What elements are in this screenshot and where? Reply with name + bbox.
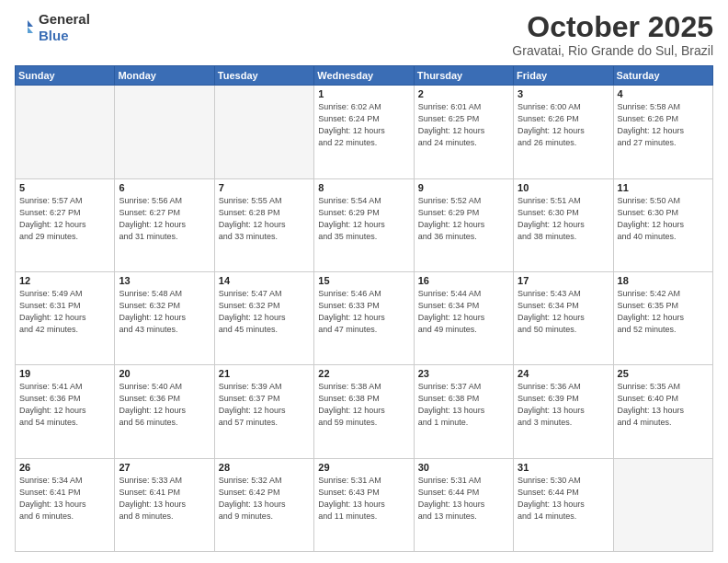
day-info: Sunrise: 5:56 AM Sunset: 6:27 PM Dayligh… bbox=[119, 195, 210, 243]
day-number: 24 bbox=[518, 368, 609, 379]
day-number: 2 bbox=[418, 88, 509, 99]
day-number: 14 bbox=[219, 275, 310, 286]
table-row: 1Sunrise: 6:02 AM Sunset: 6:24 PM Daylig… bbox=[314, 86, 414, 178]
day-info: Sunrise: 5:41 AM Sunset: 6:36 PM Dayligh… bbox=[19, 381, 110, 429]
table-row bbox=[613, 458, 712, 551]
table-row: 23Sunrise: 5:37 AM Sunset: 6:38 PM Dayli… bbox=[414, 365, 513, 458]
day-info: Sunrise: 5:46 AM Sunset: 6:33 PM Dayligh… bbox=[318, 288, 409, 336]
table-row: 13Sunrise: 5:48 AM Sunset: 6:32 PM Dayli… bbox=[115, 271, 214, 364]
table-row: 3Sunrise: 6:00 AM Sunset: 6:26 PM Daylig… bbox=[514, 86, 613, 178]
day-number: 28 bbox=[219, 462, 310, 473]
header-thursday: Thursday bbox=[414, 66, 513, 86]
day-info: Sunrise: 5:42 AM Sunset: 6:35 PM Dayligh… bbox=[618, 288, 709, 336]
day-number: 30 bbox=[418, 462, 509, 473]
day-info: Sunrise: 5:57 AM Sunset: 6:27 PM Dayligh… bbox=[19, 195, 110, 243]
day-info: Sunrise: 5:55 AM Sunset: 6:28 PM Dayligh… bbox=[219, 195, 310, 243]
day-info: Sunrise: 5:54 AM Sunset: 6:29 PM Dayligh… bbox=[318, 195, 409, 243]
table-row: 4Sunrise: 5:58 AM Sunset: 6:26 PM Daylig… bbox=[613, 86, 712, 178]
table-row: 9Sunrise: 5:52 AM Sunset: 6:29 PM Daylig… bbox=[414, 178, 513, 271]
table-row bbox=[16, 86, 115, 178]
day-info: Sunrise: 5:40 AM Sunset: 6:36 PM Dayligh… bbox=[119, 381, 210, 429]
day-number: 3 bbox=[518, 88, 609, 99]
day-info: Sunrise: 5:52 AM Sunset: 6:29 PM Dayligh… bbox=[418, 195, 509, 243]
table-row: 7Sunrise: 5:55 AM Sunset: 6:28 PM Daylig… bbox=[214, 178, 313, 271]
day-number: 21 bbox=[219, 368, 310, 379]
table-row: 24Sunrise: 5:36 AM Sunset: 6:39 PM Dayli… bbox=[514, 365, 613, 458]
calendar-week-row: 26Sunrise: 5:34 AM Sunset: 6:41 PM Dayli… bbox=[16, 458, 713, 551]
day-info: Sunrise: 5:36 AM Sunset: 6:39 PM Dayligh… bbox=[518, 381, 609, 429]
day-number: 31 bbox=[518, 462, 609, 473]
day-info: Sunrise: 5:50 AM Sunset: 6:30 PM Dayligh… bbox=[618, 195, 709, 243]
calendar-week-row: 1Sunrise: 6:02 AM Sunset: 6:24 PM Daylig… bbox=[16, 86, 713, 178]
day-info: Sunrise: 5:32 AM Sunset: 6:42 PM Dayligh… bbox=[219, 475, 310, 523]
table-row: 12Sunrise: 5:49 AM Sunset: 6:31 PM Dayli… bbox=[16, 271, 115, 364]
logo-icon bbox=[15, 17, 35, 38]
table-row: 11Sunrise: 5:50 AM Sunset: 6:30 PM Dayli… bbox=[613, 178, 712, 271]
table-row: 26Sunrise: 5:34 AM Sunset: 6:41 PM Dayli… bbox=[16, 458, 115, 551]
day-number: 7 bbox=[219, 182, 310, 193]
table-row: 10Sunrise: 5:51 AM Sunset: 6:30 PM Dayli… bbox=[514, 178, 613, 271]
header-monday: Monday bbox=[115, 66, 214, 86]
day-info: Sunrise: 6:00 AM Sunset: 6:26 PM Dayligh… bbox=[518, 101, 609, 149]
calendar-week-row: 19Sunrise: 5:41 AM Sunset: 6:36 PM Dayli… bbox=[16, 365, 713, 458]
day-info: Sunrise: 6:01 AM Sunset: 6:25 PM Dayligh… bbox=[418, 101, 509, 149]
day-info: Sunrise: 5:33 AM Sunset: 6:41 PM Dayligh… bbox=[119, 475, 210, 523]
header-friday: Friday bbox=[514, 66, 613, 86]
table-row: 15Sunrise: 5:46 AM Sunset: 6:33 PM Dayli… bbox=[314, 271, 414, 364]
day-info: Sunrise: 6:02 AM Sunset: 6:24 PM Dayligh… bbox=[318, 101, 409, 149]
day-info: Sunrise: 5:58 AM Sunset: 6:26 PM Dayligh… bbox=[618, 101, 709, 149]
table-row bbox=[115, 86, 214, 178]
day-info: Sunrise: 5:48 AM Sunset: 6:32 PM Dayligh… bbox=[119, 288, 210, 336]
calendar-title: October 2025 bbox=[512, 11, 713, 43]
day-number: 4 bbox=[618, 88, 709, 99]
day-number: 12 bbox=[19, 275, 110, 286]
day-info: Sunrise: 5:44 AM Sunset: 6:34 PM Dayligh… bbox=[418, 288, 509, 336]
table-row: 27Sunrise: 5:33 AM Sunset: 6:41 PM Dayli… bbox=[115, 458, 214, 551]
table-row: 25Sunrise: 5:35 AM Sunset: 6:40 PM Dayli… bbox=[613, 365, 712, 458]
day-number: 9 bbox=[418, 182, 509, 193]
day-info: Sunrise: 5:37 AM Sunset: 6:38 PM Dayligh… bbox=[418, 381, 509, 429]
table-row: 22Sunrise: 5:38 AM Sunset: 6:38 PM Dayli… bbox=[314, 365, 414, 458]
logo: General Blue bbox=[15, 11, 90, 44]
day-info: Sunrise: 5:30 AM Sunset: 6:44 PM Dayligh… bbox=[518, 475, 609, 523]
day-number: 8 bbox=[318, 182, 409, 193]
logo-general-text: General bbox=[39, 11, 90, 27]
day-number: 29 bbox=[318, 462, 409, 473]
table-row: 6Sunrise: 5:56 AM Sunset: 6:27 PM Daylig… bbox=[115, 178, 214, 271]
table-row: 31Sunrise: 5:30 AM Sunset: 6:44 PM Dayli… bbox=[514, 458, 613, 551]
title-block: October 2025 Gravatai, Rio Grande do Sul… bbox=[512, 11, 713, 58]
day-info: Sunrise: 5:43 AM Sunset: 6:34 PM Dayligh… bbox=[518, 288, 609, 336]
table-row bbox=[214, 86, 313, 178]
day-number: 13 bbox=[119, 275, 210, 286]
table-row: 20Sunrise: 5:40 AM Sunset: 6:36 PM Dayli… bbox=[115, 365, 214, 458]
table-row: 29Sunrise: 5:31 AM Sunset: 6:43 PM Dayli… bbox=[314, 458, 414, 551]
header-saturday: Saturday bbox=[613, 66, 712, 86]
day-number: 20 bbox=[119, 368, 210, 379]
day-number: 26 bbox=[19, 462, 110, 473]
table-row: 5Sunrise: 5:57 AM Sunset: 6:27 PM Daylig… bbox=[16, 178, 115, 271]
day-number: 19 bbox=[19, 368, 110, 379]
day-info: Sunrise: 5:39 AM Sunset: 6:37 PM Dayligh… bbox=[219, 381, 310, 429]
day-info: Sunrise: 5:51 AM Sunset: 6:30 PM Dayligh… bbox=[518, 195, 609, 243]
day-number: 16 bbox=[418, 275, 509, 286]
day-number: 22 bbox=[318, 368, 409, 379]
page: General Blue October 2025 Gravatai, Rio … bbox=[0, 0, 728, 563]
day-info: Sunrise: 5:31 AM Sunset: 6:43 PM Dayligh… bbox=[318, 475, 409, 523]
table-row: 16Sunrise: 5:44 AM Sunset: 6:34 PM Dayli… bbox=[414, 271, 513, 364]
day-number: 18 bbox=[618, 275, 709, 286]
header-sunday: Sunday bbox=[16, 66, 115, 86]
table-row: 18Sunrise: 5:42 AM Sunset: 6:35 PM Dayli… bbox=[613, 271, 712, 364]
table-row: 17Sunrise: 5:43 AM Sunset: 6:34 PM Dayli… bbox=[514, 271, 613, 364]
calendar-table: Sunday Monday Tuesday Wednesday Thursday… bbox=[15, 65, 713, 552]
day-number: 23 bbox=[418, 368, 509, 379]
day-info: Sunrise: 5:47 AM Sunset: 6:32 PM Dayligh… bbox=[219, 288, 310, 336]
table-row: 19Sunrise: 5:41 AM Sunset: 6:36 PM Dayli… bbox=[16, 365, 115, 458]
logo-blue-text: Blue bbox=[39, 28, 69, 43]
calendar-week-row: 5Sunrise: 5:57 AM Sunset: 6:27 PM Daylig… bbox=[16, 178, 713, 271]
svg-marker-0 bbox=[28, 20, 33, 27]
day-number: 25 bbox=[618, 368, 709, 379]
table-row: 30Sunrise: 5:31 AM Sunset: 6:44 PM Dayli… bbox=[414, 458, 513, 551]
calendar-week-row: 12Sunrise: 5:49 AM Sunset: 6:31 PM Dayli… bbox=[16, 271, 713, 364]
svg-marker-1 bbox=[28, 27, 33, 33]
day-info: Sunrise: 5:49 AM Sunset: 6:31 PM Dayligh… bbox=[19, 288, 110, 336]
